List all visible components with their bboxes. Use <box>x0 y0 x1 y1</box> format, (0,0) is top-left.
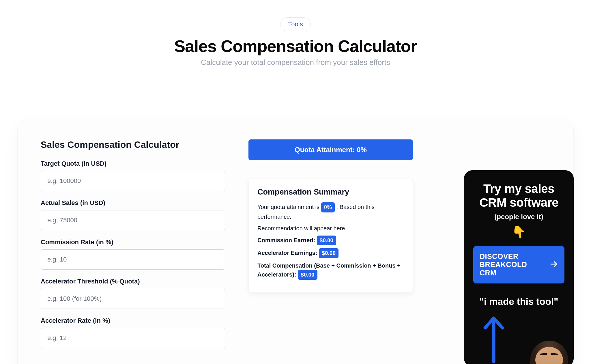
author-avatar <box>525 332 568 364</box>
recommendation-text: Recommendation will appear here. <box>257 224 404 233</box>
accelerator-rate-input[interactable] <box>41 328 225 348</box>
cta-line1: DISCOVER <box>480 252 519 260</box>
accelerator-rate-label: Accelerator Rate (in %) <box>41 317 225 324</box>
compensation-summary-card: Compensation Summary Your quota attainme… <box>248 179 413 293</box>
actual-sales-input[interactable] <box>41 210 225 230</box>
accelerator-earnings-value: $0.00 <box>319 248 338 258</box>
accelerator-earnings-row: Accelerator Earnings: $0.00 <box>257 248 404 258</box>
promo-subtitle: (people love it) <box>472 213 566 221</box>
commission-earned-label: Commission Earned: <box>257 237 317 243</box>
promo-quote: "i made this tool" <box>472 296 566 307</box>
total-compensation-label: Total Compensation (Base + Commission + … <box>257 262 401 278</box>
promo-title-line2: CRM software <box>479 196 558 209</box>
accelerator-earnings-label: Accelerator Earnings: <box>257 250 319 256</box>
attainment-sentence: Your quota attainment is 0% . Based on t… <box>257 202 404 221</box>
commission-rate-input[interactable] <box>41 249 225 270</box>
summary-title: Compensation Summary <box>257 188 404 197</box>
accelerator-threshold-label: Accelerator Threshold (% Quota) <box>41 278 225 285</box>
target-quota-input[interactable] <box>41 171 225 191</box>
arrow-right-icon <box>549 260 558 270</box>
attainment-value-chip: 0% <box>321 202 335 212</box>
accelerator-threshold-input[interactable] <box>41 289 225 309</box>
commission-rate-label: Commission Rate (in %) <box>41 238 225 246</box>
commission-earned-value: $0.00 <box>317 236 336 246</box>
quota-attainment-bar: Quota Attainment: 0% <box>248 139 413 160</box>
pointing-down-icon: 👇 <box>472 225 566 239</box>
commission-earned-row: Commission Earned: $0.00 <box>257 236 404 246</box>
category-tag[interactable]: Tools <box>280 17 311 31</box>
promo-title: Try my sales CRM software <box>472 182 566 210</box>
page-subtitle: Calculate your total compensation from y… <box>0 58 591 67</box>
attainment-pre-text: Your quota attainment is <box>257 204 321 210</box>
total-compensation-row: Total Compensation (Base + Commission + … <box>257 261 404 280</box>
discover-crm-button[interactable]: DISCOVER BREAKCOLD CRM <box>473 246 564 283</box>
promo-title-line1: Try my sales <box>483 182 554 195</box>
promo-sidebar-card: Try my sales CRM software (people love i… <box>464 170 574 364</box>
actual-sales-label: Actual Sales (in USD) <box>41 199 225 207</box>
page-title: Sales Compensation Calculator <box>0 36 591 56</box>
cta-line2: BREAKCOLD CRM <box>480 260 527 277</box>
form-title: Sales Compensation Calculator <box>41 139 225 150</box>
target-quota-label: Target Quota (in USD) <box>41 160 225 167</box>
total-compensation-value: $0.00 <box>298 270 317 280</box>
